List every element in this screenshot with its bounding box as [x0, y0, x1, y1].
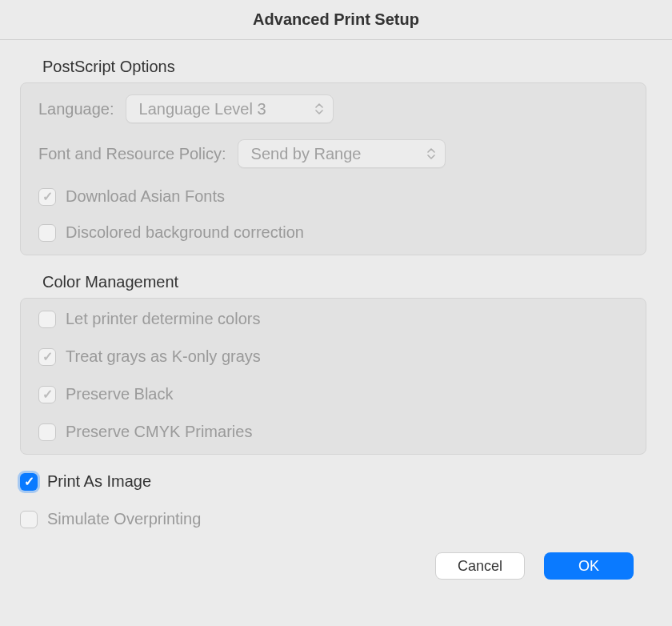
- ok-button[interactable]: OK: [544, 552, 634, 580]
- language-label: Language:: [38, 100, 114, 118]
- language-row: Language: Language Level 3: [38, 94, 628, 123]
- preserve-cmyk-checkbox[interactable]: [38, 423, 56, 441]
- language-select[interactable]: Language Level 3: [126, 94, 334, 123]
- color-management-panel: Let printer determine colors Treat grays…: [20, 298, 646, 455]
- simulate-overprinting-label: Simulate Overprinting: [47, 510, 201, 528]
- let-printer-row: Let printer determine colors: [38, 310, 628, 328]
- discolored-bg-checkbox[interactable]: [38, 224, 56, 242]
- policy-select[interactable]: Send by Range: [238, 139, 446, 168]
- download-asian-fonts-row: Download Asian Fonts: [38, 187, 628, 206]
- download-asian-fonts-checkbox[interactable]: [38, 188, 56, 206]
- cancel-button[interactable]: Cancel: [435, 552, 525, 580]
- language-select-value: Language Level 3: [139, 100, 266, 118]
- postscript-panel: Language: Language Level 3 Font and Reso…: [20, 82, 646, 255]
- treat-grays-row: Treat grays as K-only grays: [38, 347, 628, 366]
- let-printer-checkbox[interactable]: [38, 311, 56, 328]
- policy-row: Font and Resource Policy: Send by Range: [38, 139, 628, 168]
- preserve-black-row: Preserve Black: [38, 385, 628, 403]
- postscript-section-label: PostScript Options: [42, 58, 646, 76]
- preserve-black-label: Preserve Black: [66, 385, 174, 403]
- let-printer-label: Let printer determine colors: [66, 310, 260, 328]
- discolored-bg-label: Discolored background correction: [66, 223, 304, 242]
- treat-grays-label: Treat grays as K-only grays: [66, 347, 261, 366]
- print-as-image-row: Print As Image: [20, 472, 646, 491]
- window-title: Advanced Print Setup: [253, 10, 419, 29]
- print-as-image-label: Print As Image: [47, 472, 151, 491]
- preserve-cmyk-label: Preserve CMYK Primaries: [66, 423, 252, 441]
- color-management-section: Color Management Let printer determine c…: [20, 273, 646, 455]
- color-management-section-label: Color Management: [42, 273, 646, 291]
- simulate-overprinting-row: Simulate Overprinting: [20, 510, 646, 528]
- simulate-overprinting-checkbox[interactable]: [20, 511, 38, 528]
- preserve-black-checkbox[interactable]: [38, 386, 56, 403]
- dialog-content: PostScript Options Language: Language Le…: [0, 40, 672, 592]
- download-asian-fonts-label: Download Asian Fonts: [66, 187, 225, 206]
- preserve-cmyk-row: Preserve CMYK Primaries: [38, 423, 628, 441]
- discolored-bg-row: Discolored background correction: [38, 223, 628, 242]
- updown-caret-icon: [315, 103, 323, 114]
- policy-label: Font and Resource Policy:: [38, 145, 226, 163]
- updown-caret-icon: [427, 148, 435, 159]
- outer-options: Print As Image Simulate Overprinting: [20, 472, 646, 528]
- postscript-section: PostScript Options Language: Language Le…: [20, 58, 646, 255]
- title-bar: Advanced Print Setup: [0, 0, 672, 40]
- print-as-image-checkbox[interactable]: [20, 473, 38, 491]
- button-bar: Cancel OK: [20, 552, 646, 580]
- treat-grays-checkbox[interactable]: [38, 348, 56, 366]
- policy-select-value: Send by Range: [251, 145, 362, 163]
